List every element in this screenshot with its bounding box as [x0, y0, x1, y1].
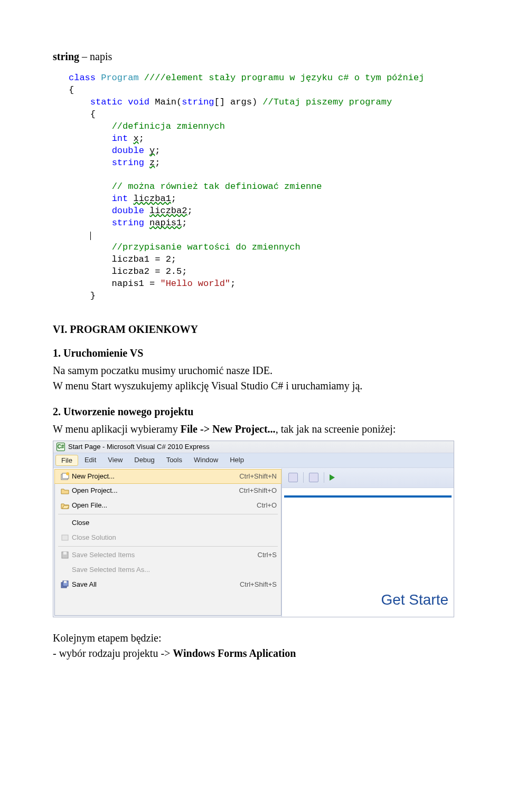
footer-strong: Windows Forms Aplication [173, 647, 296, 659]
save-all-icon [58, 580, 72, 589]
code-block: class Program ////element stały programu… [69, 72, 454, 302]
toolbar-button[interactable] [309, 473, 318, 482]
dropdown-item-close-solution: Close Solution [55, 530, 281, 545]
menu-edit[interactable]: Edit [79, 455, 101, 466]
save-icon [58, 551, 72, 559]
text-cursor [90, 232, 91, 240]
menu-file[interactable]: File [55, 455, 78, 466]
heading-section-6: VI. PROGRAM OKIENKOWY [53, 323, 454, 336]
menu-path-strong: File -> New Project... [181, 423, 276, 435]
dropdown-separator [58, 546, 278, 547]
dropdown-item-open-file[interactable]: Open File... Ctrl+O [55, 498, 281, 513]
menu-tools[interactable]: Tools [161, 455, 187, 466]
accent-band [284, 495, 452, 498]
close-solution-icon [58, 533, 72, 542]
csharp-icon: C# [57, 443, 65, 451]
heading-sub-1: 1. Uruchomienie VS [53, 347, 454, 359]
svg-rect-3 [62, 535, 68, 540]
svg-rect-5 [63, 552, 67, 555]
vs-menubar: File Edit View Debug Tools Window Help [53, 453, 454, 468]
text-line: string – napis [53, 51, 454, 63]
file-dropdown: New Project... Ctrl+Shift+N Open Project… [54, 469, 281, 616]
paragraph: Na samym poczatku musimy uruchomić nasze… [53, 365, 454, 377]
dropdown-item-save-selected: Save Selected Items Ctrl+S [55, 548, 281, 562]
paragraph: W menu Start wyszukujemy aplikcję Visual… [53, 380, 454, 392]
dropdown-separator [58, 514, 278, 514]
svg-point-2 [66, 472, 69, 475]
menu-help[interactable]: Help [224, 455, 249, 466]
open-file-icon [58, 501, 72, 510]
dropdown-item-save-selected-as: Save Selected Items As... [55, 562, 281, 577]
play-icon[interactable] [330, 474, 335, 481]
editor-area: Get Starte [281, 468, 454, 617]
footer-line: - wybór rodzaju projektu -> Windows Form… [53, 647, 454, 660]
menu-view[interactable]: View [102, 455, 128, 466]
dropdown-item-new-project[interactable]: New Project... Ctrl+Shift+N [54, 469, 281, 484]
vs-titlebar: C# Start Page - Microsoft Visual C# 2010… [53, 441, 454, 453]
dropdown-item-save-all[interactable]: Save All Ctrl+Shift+S [55, 577, 281, 592]
menu-debug[interactable]: Debug [129, 455, 159, 466]
get-started-label: Get Starte [381, 591, 448, 608]
toolbar-separator [303, 472, 304, 483]
toolbar-button[interactable] [288, 473, 298, 482]
keyword-string: string [53, 51, 79, 62]
vs-title-text: Start Page - Microsoft Visual C# 2010 Ex… [68, 443, 210, 451]
toolbar [282, 468, 454, 488]
dropdown-item-close[interactable]: Close [55, 515, 281, 530]
toolbar-separator [324, 472, 324, 483]
vs-window: C# Start Page - Microsoft Visual C# 2010… [53, 441, 454, 617]
heading-sub-2: 2. Utworzenie nowego projektu [53, 406, 454, 418]
new-project-icon [58, 472, 72, 481]
footer-line: Kolejnym etapem będzie: [53, 632, 454, 644]
svg-rect-8 [64, 581, 67, 583]
paragraph: W menu aplikacji wybieramy File -> New P… [53, 423, 454, 435]
dropdown-item-open-project[interactable]: Open Project... Ctrl+Shift+O [55, 483, 281, 498]
open-project-icon [58, 486, 72, 495]
menu-window[interactable]: Window [189, 455, 223, 466]
